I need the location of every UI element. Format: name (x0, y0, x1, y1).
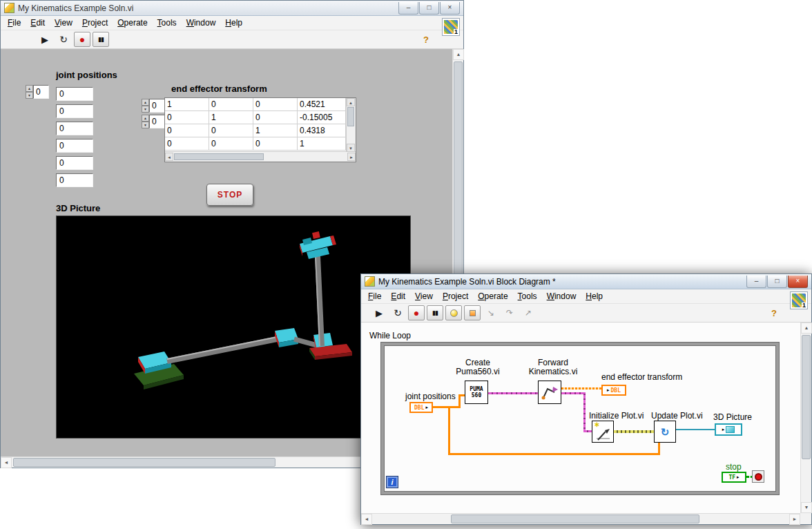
scroll-thumb[interactable] (347, 107, 354, 126)
table-cell[interactable]: 0.4318 (298, 124, 346, 137)
3d-picture-control[interactable] (56, 215, 411, 439)
table-vertical-scrollbar[interactable]: ▲ ▼ (346, 98, 356, 152)
scroll-right-icon[interactable]: ► (347, 153, 356, 161)
menu-project[interactable]: Project (77, 17, 113, 29)
table-cell[interactable]: 0 (253, 111, 298, 124)
joint-value-3[interactable]: 0 (56, 139, 93, 153)
table-cell[interactable]: 1 (298, 137, 346, 151)
scroll-thumb[interactable] (802, 335, 811, 459)
table-cell[interactable]: 0 (209, 137, 253, 151)
wire-robot-object[interactable] (583, 392, 586, 432)
menu-edit[interactable]: Edit (26, 17, 50, 29)
joint-index-value[interactable]: 0 (33, 85, 49, 99)
menu-window[interactable]: Window (182, 17, 221, 29)
loop-condition-terminal[interactable] (752, 470, 764, 483)
create-puma560-node[interactable]: PUMA 560 (465, 381, 488, 404)
scroll-left-icon[interactable]: ◄ (361, 514, 372, 525)
scroll-down-icon[interactable]: ▼ (801, 502, 812, 513)
wire-joint-positions-branch[interactable] (448, 453, 660, 455)
menu-tools[interactable]: Tools (153, 17, 182, 29)
menu-help[interactable]: Help (220, 17, 247, 29)
help-button[interactable]: ? (418, 32, 434, 47)
step-over-button[interactable]: ↷ (501, 305, 518, 320)
joint-value-5[interactable]: 0 (56, 173, 93, 187)
decrement-icon[interactable]: ▼ (142, 122, 149, 128)
maximize-button[interactable]: □ (419, 2, 439, 15)
table-cell[interactable]: 0 (209, 124, 253, 137)
table-horizontal-scrollbar[interactable]: ◄ ► (165, 151, 356, 162)
stop-terminal[interactable]: TF ▸ (722, 472, 746, 483)
forward-kinematics-node[interactable] (538, 381, 561, 404)
table-cell[interactable]: 0 (253, 98, 298, 111)
run-button[interactable]: ▶ (371, 305, 387, 320)
scroll-left-icon[interactable]: ◄ (165, 153, 173, 161)
run-continuous-button[interactable]: ↻ (55, 32, 72, 47)
vi-icon[interactable]: 1 (442, 18, 460, 36)
step-into-button[interactable]: ↘ (483, 305, 499, 320)
scroll-up-icon[interactable]: ▲ (347, 98, 355, 106)
table-cell[interactable]: 0 (165, 111, 209, 124)
transform-col-index[interactable]: ▲ ▼ 0 (142, 115, 165, 128)
wire-stop-boolean[interactable] (746, 476, 752, 478)
transform-row-index[interactable]: ▲ ▼ 0 (142, 99, 165, 113)
pause-button[interactable]: ▮▮ (93, 32, 109, 47)
table-cell[interactable]: 0 (165, 137, 209, 151)
table-cell[interactable]: 1 (253, 124, 298, 137)
close-button[interactable]: × (788, 276, 808, 288)
wire-robot-object[interactable] (561, 392, 586, 394)
joint-positions-terminal[interactable]: DBL ▸ (409, 402, 433, 413)
iteration-terminal[interactable]: i (386, 476, 398, 488)
wire-robot-object[interactable] (488, 392, 538, 394)
wire-picture-reference[interactable] (676, 429, 715, 430)
increment-icon[interactable]: ▲ (142, 115, 149, 122)
abort-button[interactable]: ● (74, 32, 90, 47)
table-cell[interactable]: 1 (209, 111, 253, 124)
run-continuous-button[interactable]: ↻ (389, 305, 406, 320)
wire-joint-positions-branch[interactable] (448, 408, 450, 455)
help-button[interactable]: ? (766, 305, 782, 320)
maximize-button[interactable]: □ (767, 276, 787, 288)
scroll-thumb[interactable] (174, 153, 264, 160)
diagram-vertical-scrollbar[interactable]: ▲ ▼ (800, 323, 811, 513)
table-cell[interactable]: 1 (165, 98, 209, 111)
wire-joint-positions-branch[interactable] (658, 443, 660, 455)
scroll-up-icon[interactable]: ▲ (453, 49, 464, 60)
menu-project[interactable]: Project (438, 290, 473, 302)
menu-help[interactable]: Help (581, 290, 608, 302)
decrement-icon[interactable]: ▼ (142, 106, 149, 113)
table-cell[interactable]: 0.4521 (298, 98, 346, 111)
wire-robot-object[interactable] (583, 430, 592, 432)
menu-file[interactable]: File (363, 290, 386, 302)
menu-edit[interactable]: Edit (386, 290, 410, 302)
block-diagram-titlebar[interactable]: My Kinematics Example Soln.vi Block Diag… (361, 274, 811, 289)
wire-transform-matrix[interactable] (561, 387, 601, 389)
scroll-left-icon[interactable]: ◄ (1, 457, 12, 468)
minimize-button[interactable]: – (746, 276, 766, 288)
menu-tools[interactable]: Tools (513, 290, 542, 302)
increment-icon[interactable]: ▲ (142, 99, 149, 106)
menu-view[interactable]: View (410, 290, 438, 302)
update-plot-node[interactable]: ↻ (654, 421, 676, 443)
abort-button[interactable]: ● (408, 305, 425, 320)
diagram-horizontal-scrollbar[interactable]: ◄ ► (361, 513, 800, 524)
scroll-thumb[interactable] (451, 514, 699, 523)
retain-wire-values-button[interactable] (464, 305, 481, 320)
joint-index-control[interactable]: ▲ ▼ 0 (26, 85, 49, 99)
joint-value-0[interactable]: 0 (56, 87, 93, 101)
table-cell[interactable]: 0 (165, 124, 209, 137)
joint-value-4[interactable]: 0 (56, 156, 93, 170)
menu-view[interactable]: View (50, 17, 77, 29)
menu-operate[interactable]: Operate (113, 17, 152, 29)
row-index-value[interactable]: 0 (149, 99, 165, 113)
step-out-button[interactable]: ↗ (520, 305, 536, 320)
highlight-execution-button[interactable] (445, 305, 462, 320)
table-cell[interactable]: 0 (209, 98, 253, 111)
decrement-icon[interactable]: ▼ (26, 92, 33, 99)
vi-icon[interactable]: 1 (790, 291, 808, 309)
menu-file[interactable]: File (3, 17, 26, 29)
table-cell[interactable]: 0 (253, 137, 298, 151)
increment-icon[interactable]: ▲ (26, 85, 33, 92)
menu-operate[interactable]: Operate (473, 290, 512, 302)
pause-button[interactable]: ▮▮ (427, 305, 443, 320)
scroll-thumb[interactable] (13, 458, 276, 467)
